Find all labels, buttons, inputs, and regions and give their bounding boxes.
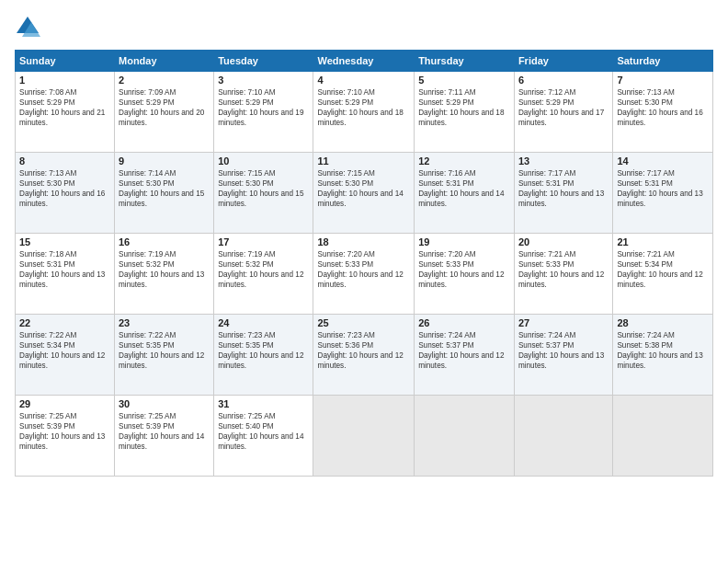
day-info: Sunrise: 7:09 AMSunset: 5:29 PMDaylight:… <box>119 87 210 128</box>
day-number: 11 <box>317 155 410 167</box>
page: SundayMondayTuesdayWednesdayThursdayFrid… <box>0 0 728 563</box>
day-info: Sunrise: 7:21 AMSunset: 5:33 PMDaylight:… <box>518 249 609 290</box>
day-number: 14 <box>617 155 709 167</box>
day-info: Sunrise: 7:13 AMSunset: 5:30 PMDaylight:… <box>617 87 709 128</box>
day-number: 7 <box>617 75 709 86</box>
calendar-cell: 14Sunrise: 7:17 AMSunset: 5:31 PMDayligh… <box>613 153 713 234</box>
calendar-cell: 10Sunrise: 7:15 AMSunset: 5:30 PMDayligh… <box>214 153 313 234</box>
day-number: 23 <box>119 317 210 328</box>
day-info: Sunrise: 7:23 AMSunset: 5:36 PMDaylight:… <box>317 330 410 371</box>
day-info: Sunrise: 7:17 AMSunset: 5:31 PMDaylight:… <box>617 168 709 209</box>
calendar-cell: 25Sunrise: 7:23 AMSunset: 5:36 PMDayligh… <box>313 315 415 396</box>
calendar-week-1: 1Sunrise: 7:08 AMSunset: 5:29 PMDaylight… <box>16 72 713 153</box>
day-number: 30 <box>119 398 210 409</box>
day-number: 15 <box>19 236 110 247</box>
calendar-week-3: 15Sunrise: 7:18 AMSunset: 5:31 PMDayligh… <box>16 234 713 315</box>
day-number: 18 <box>317 236 410 247</box>
calendar-cell: 20Sunrise: 7:21 AMSunset: 5:33 PMDayligh… <box>514 234 612 315</box>
day-number: 8 <box>19 155 110 167</box>
day-number: 12 <box>418 155 510 167</box>
day-info: Sunrise: 7:23 AMSunset: 5:35 PMDaylight:… <box>218 330 309 371</box>
calendar-cell: 26Sunrise: 7:24 AMSunset: 5:37 PMDayligh… <box>415 315 515 396</box>
day-number: 1 <box>19 75 110 86</box>
day-number: 25 <box>317 317 410 328</box>
day-info: Sunrise: 7:18 AMSunset: 5:31 PMDaylight:… <box>19 249 110 290</box>
day-number: 28 <box>617 317 709 328</box>
day-info: Sunrise: 7:10 AMSunset: 5:29 PMDaylight:… <box>218 87 309 128</box>
day-info: Sunrise: 7:10 AMSunset: 5:29 PMDaylight:… <box>317 87 410 128</box>
calendar-header-row: SundayMondayTuesdayWednesdayThursdayFrid… <box>16 51 713 72</box>
calendar-cell: 30Sunrise: 7:25 AMSunset: 5:39 PMDayligh… <box>115 396 214 477</box>
calendar-cell <box>415 396 515 477</box>
calendar-cell: 23Sunrise: 7:22 AMSunset: 5:35 PMDayligh… <box>115 315 214 396</box>
day-info: Sunrise: 7:24 AMSunset: 5:38 PMDaylight:… <box>617 330 709 371</box>
calendar-cell: 1Sunrise: 7:08 AMSunset: 5:29 PMDaylight… <box>16 72 115 153</box>
calendar-cell: 27Sunrise: 7:24 AMSunset: 5:37 PMDayligh… <box>514 315 612 396</box>
day-info: Sunrise: 7:15 AMSunset: 5:30 PMDaylight:… <box>317 168 410 209</box>
day-info: Sunrise: 7:25 AMSunset: 5:39 PMDaylight:… <box>19 411 110 452</box>
weekday-header-friday: Friday <box>514 51 612 72</box>
calendar-cell: 3Sunrise: 7:10 AMSunset: 5:29 PMDaylight… <box>214 72 313 153</box>
calendar-cell: 19Sunrise: 7:20 AMSunset: 5:33 PMDayligh… <box>415 234 515 315</box>
weekday-header-sunday: Sunday <box>16 51 115 72</box>
day-info: Sunrise: 7:21 AMSunset: 5:34 PMDaylight:… <box>617 249 709 290</box>
calendar-cell: 28Sunrise: 7:24 AMSunset: 5:38 PMDayligh… <box>613 315 713 396</box>
calendar-week-5: 29Sunrise: 7:25 AMSunset: 5:39 PMDayligh… <box>16 396 713 477</box>
day-number: 20 <box>518 236 609 247</box>
day-info: Sunrise: 7:25 AMSunset: 5:40 PMDaylight:… <box>218 411 309 452</box>
day-info: Sunrise: 7:17 AMSunset: 5:31 PMDaylight:… <box>518 168 609 209</box>
calendar-table: SundayMondayTuesdayWednesdayThursdayFrid… <box>15 50 713 477</box>
calendar-cell: 18Sunrise: 7:20 AMSunset: 5:33 PMDayligh… <box>313 234 415 315</box>
day-info: Sunrise: 7:13 AMSunset: 5:30 PMDaylight:… <box>19 168 110 209</box>
day-info: Sunrise: 7:19 AMSunset: 5:32 PMDaylight:… <box>119 249 210 290</box>
calendar-cell <box>514 396 612 477</box>
day-number: 31 <box>218 398 309 409</box>
day-info: Sunrise: 7:08 AMSunset: 5:29 PMDaylight:… <box>19 87 110 128</box>
day-info: Sunrise: 7:11 AMSunset: 5:29 PMDaylight:… <box>418 87 510 128</box>
weekday-header-thursday: Thursday <box>415 51 515 72</box>
calendar-cell: 29Sunrise: 7:25 AMSunset: 5:39 PMDayligh… <box>16 396 115 477</box>
day-number: 3 <box>218 75 309 86</box>
calendar-cell: 8Sunrise: 7:13 AMSunset: 5:30 PMDaylight… <box>16 153 115 234</box>
calendar-cell: 4Sunrise: 7:10 AMSunset: 5:29 PMDaylight… <box>313 72 415 153</box>
day-number: 10 <box>218 155 309 167</box>
calendar-week-4: 22Sunrise: 7:22 AMSunset: 5:34 PMDayligh… <box>16 315 713 396</box>
calendar-cell: 5Sunrise: 7:11 AMSunset: 5:29 PMDaylight… <box>415 72 515 153</box>
day-number: 21 <box>617 236 709 247</box>
calendar-cell: 22Sunrise: 7:22 AMSunset: 5:34 PMDayligh… <box>16 315 115 396</box>
logo-icon <box>15 15 40 40</box>
logo <box>15 15 44 40</box>
day-number: 5 <box>418 75 510 86</box>
calendar-cell: 12Sunrise: 7:16 AMSunset: 5:31 PMDayligh… <box>415 153 515 234</box>
day-info: Sunrise: 7:16 AMSunset: 5:31 PMDaylight:… <box>418 168 510 209</box>
day-number: 9 <box>119 155 210 167</box>
weekday-header-monday: Monday <box>115 51 214 72</box>
day-number: 24 <box>218 317 309 328</box>
weekday-header-tuesday: Tuesday <box>214 51 313 72</box>
day-info: Sunrise: 7:20 AMSunset: 5:33 PMDaylight:… <box>418 249 510 290</box>
day-number: 29 <box>19 398 110 409</box>
day-info: Sunrise: 7:14 AMSunset: 5:30 PMDaylight:… <box>119 168 210 209</box>
day-info: Sunrise: 7:12 AMSunset: 5:29 PMDaylight:… <box>518 87 609 128</box>
calendar-cell: 15Sunrise: 7:18 AMSunset: 5:31 PMDayligh… <box>16 234 115 315</box>
day-number: 2 <box>119 75 210 86</box>
calendar-cell: 11Sunrise: 7:15 AMSunset: 5:30 PMDayligh… <box>313 153 415 234</box>
calendar-cell: 9Sunrise: 7:14 AMSunset: 5:30 PMDaylight… <box>115 153 214 234</box>
day-number: 17 <box>218 236 309 247</box>
day-number: 26 <box>418 317 510 328</box>
calendar-cell: 31Sunrise: 7:25 AMSunset: 5:40 PMDayligh… <box>214 396 313 477</box>
calendar-cell <box>313 396 415 477</box>
day-info: Sunrise: 7:22 AMSunset: 5:35 PMDaylight:… <box>119 330 210 371</box>
day-number: 19 <box>418 236 510 247</box>
calendar-cell: 16Sunrise: 7:19 AMSunset: 5:32 PMDayligh… <box>115 234 214 315</box>
calendar-cell: 2Sunrise: 7:09 AMSunset: 5:29 PMDaylight… <box>115 72 214 153</box>
day-number: 13 <box>518 155 609 167</box>
calendar-cell: 7Sunrise: 7:13 AMSunset: 5:30 PMDaylight… <box>613 72 713 153</box>
day-info: Sunrise: 7:25 AMSunset: 5:39 PMDaylight:… <box>119 411 210 452</box>
day-number: 27 <box>518 317 609 328</box>
day-info: Sunrise: 7:24 AMSunset: 5:37 PMDaylight:… <box>518 330 609 371</box>
calendar-cell: 21Sunrise: 7:21 AMSunset: 5:34 PMDayligh… <box>613 234 713 315</box>
day-info: Sunrise: 7:22 AMSunset: 5:34 PMDaylight:… <box>19 330 110 371</box>
day-number: 16 <box>119 236 210 247</box>
day-number: 6 <box>518 75 609 86</box>
